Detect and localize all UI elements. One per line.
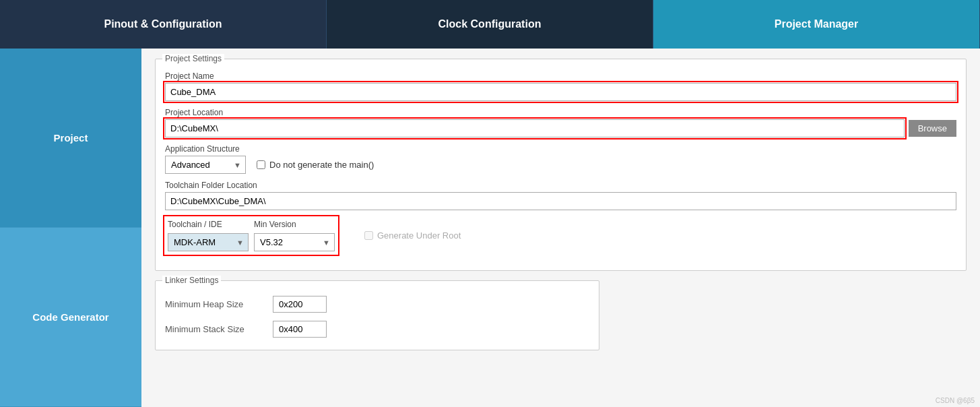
app-structure-controls: Basic Advanced ▼ Do not generate the mai… [165, 156, 956, 174]
content-area: Project Settings Project Name Project Lo… [141, 49, 980, 407]
min-heap-row: Minimum Heap Size [165, 296, 589, 313]
toolchain-folder-input[interactable] [165, 192, 956, 210]
toolchain-folder-row: Toolchain Folder Location [165, 181, 956, 210]
tab-clock[interactable]: Clock Configuration [327, 0, 653, 49]
min-stack-input[interactable] [273, 321, 327, 338]
do-not-generate-label: Do not generate the main() [269, 160, 374, 170]
toolchain-ide-select-wrapper: MDK-ARM IAR GCC ▼ [168, 233, 249, 251]
toolchain-ide-row: Toolchain / IDE MDK-ARM IAR GCC ▼ [165, 217, 956, 254]
project-settings-content: Project Name Project Location Browse App… [165, 71, 956, 254]
generate-under-root-label: Generate Under Root [377, 230, 461, 241]
project-name-label: Project Name [165, 71, 956, 81]
toolchain-ide-select[interactable]: MDK-ARM IAR GCC [168, 233, 249, 251]
browse-button[interactable]: Browse [909, 120, 956, 137]
min-version-label: Min Version [254, 220, 335, 229]
do-not-generate-row: Do not generate the main() [257, 160, 374, 170]
tab-project-manager[interactable]: Project Manager [653, 0, 980, 49]
linker-settings-box: Linker Settings Minimum Heap Size Minimu… [155, 280, 599, 350]
toolchain-ide-group: Toolchain / IDE MDK-ARM IAR GCC ▼ [168, 220, 249, 251]
min-heap-input[interactable] [273, 296, 327, 313]
sidebar: Project Code Generator [0, 49, 141, 407]
watermark: CSDN @6β5 [936, 397, 975, 404]
min-version-select-wrapper: V5.32 V5.30 V5.28 ▼ [254, 233, 335, 251]
app-structure-label: Application Structure [165, 144, 956, 154]
toolchain-red-outline: Toolchain / IDE MDK-ARM IAR GCC ▼ [165, 217, 337, 254]
tab-pinout[interactable]: Pinout & Configuration [0, 0, 327, 49]
linker-settings-legend: Linker Settings [162, 276, 221, 285]
min-stack-label: Minimum Stack Size [165, 324, 266, 334]
project-settings-legend: Project Settings [162, 54, 224, 63]
app-structure-select[interactable]: Basic Advanced [165, 156, 246, 174]
do-not-generate-checkbox[interactable] [257, 160, 265, 169]
toolchain-folder-label: Toolchain Folder Location [165, 181, 956, 190]
project-name-input[interactable] [165, 83, 956, 101]
project-location-input[interactable] [165, 119, 905, 137]
min-version-group: Min Version V5.32 V5.30 V5.28 ▼ [254, 220, 335, 251]
toolchain-inline: Toolchain / IDE MDK-ARM IAR GCC ▼ [165, 217, 956, 254]
app-structure-row: Application Structure Basic Advanced ▼ [165, 144, 956, 174]
main-layout: Project Code Generator Project Settings … [0, 49, 980, 407]
app-structure-select-wrapper: Basic Advanced ▼ [165, 156, 246, 174]
min-stack-row: Minimum Stack Size [165, 321, 589, 338]
project-settings-box: Project Settings Project Name Project Lo… [155, 59, 967, 271]
generate-under-root-row: Generate Under Root [364, 230, 461, 241]
project-location-label: Project Location [165, 108, 956, 117]
generate-under-root-checkbox[interactable] [364, 231, 373, 240]
project-name-row: Project Name [165, 71, 956, 101]
min-version-select[interactable]: V5.32 V5.30 V5.28 [254, 233, 335, 251]
sidebar-item-project[interactable]: Project [0, 49, 141, 228]
location-row: Browse [165, 119, 956, 137]
toolchain-ide-label: Toolchain / IDE [168, 220, 249, 229]
top-navigation: Pinout & Configuration Clock Configurati… [0, 0, 980, 49]
project-location-row: Project Location Browse [165, 108, 956, 137]
min-heap-label: Minimum Heap Size [165, 299, 266, 309]
sidebar-item-code-generator[interactable]: Code Generator [0, 228, 141, 407]
